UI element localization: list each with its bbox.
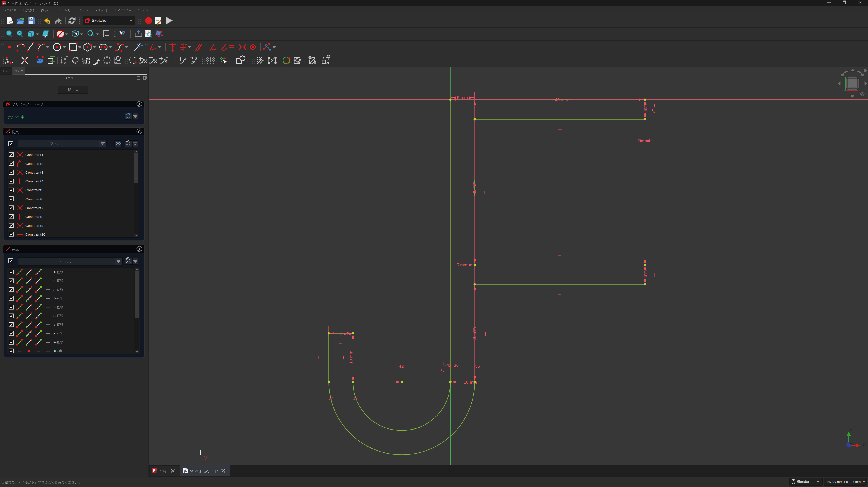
svg-text:147.99 mm x 81.87 mm: 147.99 mm x 81.87 mm [826, 480, 861, 484]
svg-text:Blender: Blender [797, 480, 809, 484]
